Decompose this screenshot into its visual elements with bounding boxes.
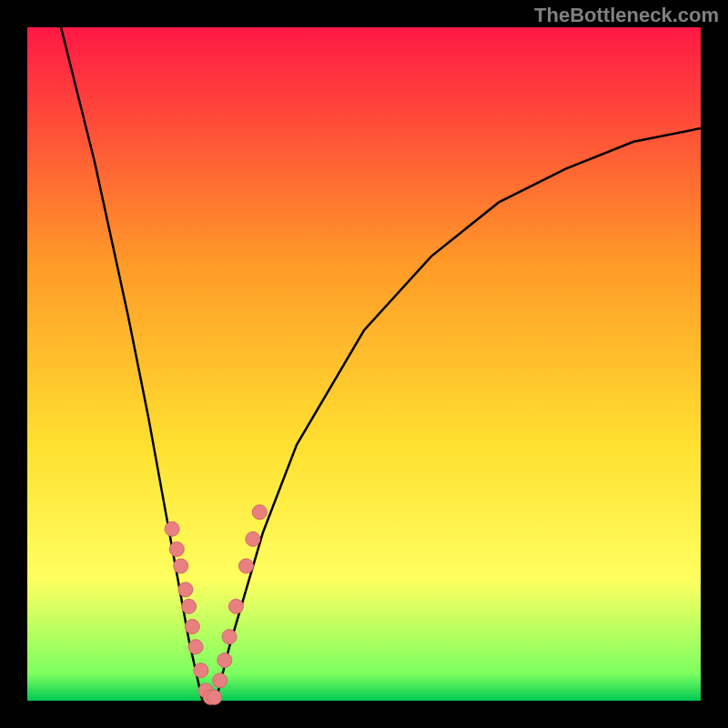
- data-point: [182, 599, 197, 613]
- data-point: [169, 542, 184, 557]
- data-point: [207, 690, 222, 704]
- data-point: [222, 630, 237, 644]
- chart-page: TheBottleneck.com: [0, 0, 728, 728]
- data-point: [213, 673, 228, 688]
- data-point: [188, 640, 203, 654]
- data-point: [252, 505, 267, 520]
- data-point: [217, 653, 232, 668]
- data-point: [194, 663, 208, 678]
- watermark-text: TheBottleneck.com: [534, 4, 719, 27]
- bottleneck-chart: [0, 0, 728, 728]
- data-point: [178, 582, 193, 597]
- data-point: [185, 620, 199, 634]
- data-point: [239, 559, 254, 573]
- plot-background: [27, 27, 701, 701]
- data-point: [246, 531, 260, 546]
- data-point: [165, 521, 179, 536]
- data-point: [228, 599, 243, 613]
- data-point: [174, 559, 188, 573]
